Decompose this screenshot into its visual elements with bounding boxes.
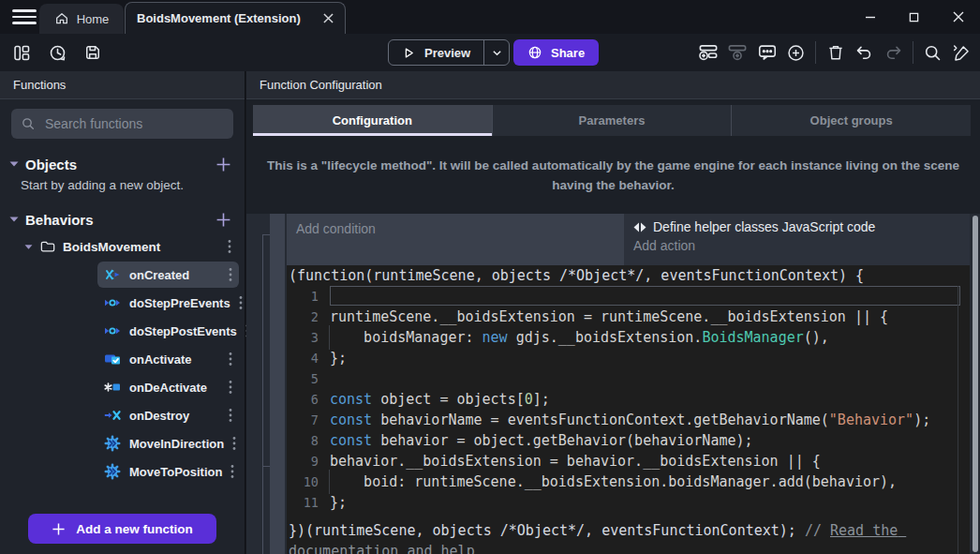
code-line-7[interactable]: 7const behaviorName = eventsFunctionCont… (287, 410, 970, 430)
function-item-onDestroy[interactable]: onDestroy (97, 402, 239, 428)
event-drag-handle[interactable] (270, 214, 285, 554)
function-item-doStepPreEvents[interactable]: doStepPreEvents (97, 290, 239, 316)
code-line-5[interactable]: 5 (287, 368, 970, 389)
preview-label: Preview (424, 46, 470, 60)
events-sheet: Add condition Define helper classes Java… (246, 214, 980, 554)
function-item-label: onCreated (129, 268, 189, 282)
add-condition-area[interactable]: Add condition (287, 214, 624, 265)
function-item-label: doStepPostEvents (129, 324, 237, 338)
close-button[interactable] (936, 0, 980, 34)
hamburger-menu-icon[interactable] (9, 7, 39, 27)
tab-active-extension[interactable]: BoidsMovement (Extension) (125, 2, 346, 34)
search-box[interactable] (11, 109, 233, 139)
toolbar-divider (815, 41, 816, 64)
deactivate-icon (104, 379, 121, 396)
functions-sidebar: Functions Objects Start by adding a new … (0, 71, 245, 554)
line-number: 5 (287, 368, 319, 389)
code-line-1[interactable]: 1 (287, 286, 970, 307)
add-condition-label: Add condition (296, 221, 376, 236)
trash-icon[interactable] (821, 39, 850, 66)
tab-object-groups[interactable]: Object groups (731, 105, 971, 136)
tab-home[interactable]: Home (39, 4, 124, 34)
line-number: 7 (287, 410, 319, 430)
line-number: 11 (287, 492, 319, 513)
kebab-menu-icon[interactable] (229, 352, 232, 367)
kebab-menu-icon[interactable] (229, 267, 232, 282)
function-item-MoveToPosition[interactable]: MoveToPosition (97, 458, 239, 485)
function-item-label: MoveInDirection (129, 437, 224, 451)
function-item-onCreated[interactable]: onCreated (97, 262, 239, 288)
add-event-icon[interactable] (694, 39, 723, 66)
code-line-6[interactable]: 6const object = objects[0]; (287, 389, 970, 410)
tab-home-label: Home (77, 12, 110, 26)
project-manager-icon[interactable] (9, 41, 34, 64)
search-input[interactable] (43, 115, 224, 132)
undo-icon[interactable] (850, 39, 879, 66)
share-button[interactable]: Share (513, 39, 599, 66)
code-line-3[interactable]: 3 boidsManager: new gdjs.__boidsExtensio… (287, 327, 970, 348)
add-subevent-icon[interactable] (723, 39, 752, 66)
function-list: onCreateddoStepPreEventsdoStepPostEvents… (0, 262, 245, 485)
add-function-button[interactable]: Add a new function (28, 514, 216, 544)
comment-icon[interactable] (752, 39, 781, 66)
function-item-doStepPostEvents[interactable]: doStepPostEvents (97, 318, 239, 344)
section-behaviors[interactable]: Behaviors (9, 207, 231, 232)
tab-close-icon[interactable] (323, 13, 334, 23)
behavior-group-boidsmovement[interactable]: BoidsMovement (24, 233, 231, 260)
add-behavior-button[interactable] (215, 212, 231, 228)
kebab-menu-icon[interactable] (228, 239, 231, 254)
tab-active-label: BoidsMovement (Extension) (137, 11, 301, 25)
step-icon (104, 294, 121, 311)
minimize-button[interactable] (848, 0, 892, 34)
code-line-9[interactable]: 9behavior.__boidsExtension = behavior.__… (287, 451, 970, 472)
chevron-down-icon (24, 244, 33, 250)
add-action-label[interactable]: Add action (633, 238, 960, 253)
code-line-2[interactable]: 2runtimeScene.__boidsExtension = runtime… (287, 307, 970, 327)
line-number: 1 (287, 286, 319, 307)
main-panel: Function Configuration Configuration Par… (246, 71, 980, 554)
maximize-button[interactable] (892, 0, 936, 34)
sidebar-title: Functions (0, 71, 245, 99)
kebab-menu-icon[interactable] (239, 295, 243, 310)
function-item-MoveInDirection[interactable]: MoveInDirection (97, 430, 239, 457)
js-event-title: Define helper classes JavaScript code (653, 219, 875, 234)
code-editor[interactable]: (function(runtimeScene, objects /*Object… (287, 265, 970, 554)
toolbar: Preview Share (0, 34, 980, 71)
line-number: 10 (287, 472, 319, 492)
search-icon[interactable] (918, 39, 947, 66)
gear-icon (104, 435, 121, 452)
section-objects[interactable]: Objects (9, 152, 231, 176)
shuffle-icon (104, 266, 121, 283)
tab-configuration[interactable]: Configuration (253, 105, 492, 136)
history-icon[interactable] (45, 41, 69, 64)
save-icon[interactable] (81, 41, 105, 64)
kebab-menu-icon[interactable] (229, 380, 232, 395)
code-line-8[interactable]: 8const behavior = object.getBehavior(beh… (287, 430, 970, 451)
kebab-menu-icon[interactable] (232, 436, 236, 451)
kebab-menu-icon[interactable] (229, 408, 232, 423)
lifecycle-description: This is a "lifecycle method". It will be… (265, 156, 961, 195)
function-item-onDeActivate[interactable]: onDeActivate (97, 374, 239, 400)
main-title: Function Configuration (246, 71, 980, 99)
code-footer-line: })(runtimeScene, objects /*Object*/, eve… (287, 520, 970, 554)
code-line-10[interactable]: 10 boid: runtimeScene.__boidsExtension.b… (287, 472, 970, 492)
tab-parameters[interactable]: Parameters (492, 105, 732, 136)
js-event-header[interactable]: Define helper classes JavaScript code Ad… (624, 214, 970, 265)
add-circle-icon[interactable] (781, 39, 810, 66)
play-icon (402, 46, 416, 60)
destroy-icon (104, 407, 121, 424)
kebab-menu-icon[interactable] (230, 464, 234, 479)
code-line-4[interactable]: 4}; (287, 348, 970, 368)
function-item-onActivate[interactable]: onActivate (97, 346, 239, 372)
titlebar: Home BoidsMovement (Extension) (0, 0, 980, 34)
preview-button[interactable]: Preview (388, 39, 510, 66)
line-number: 6 (287, 389, 319, 410)
activate-icon (104, 351, 121, 367)
code-line-11[interactable]: 11}; (287, 492, 970, 513)
redo-icon[interactable] (879, 39, 908, 66)
add-object-button[interactable] (215, 157, 231, 172)
chevron-down-icon (9, 216, 19, 223)
preview-dropdown-button[interactable] (483, 40, 509, 65)
edit-pen-icon[interactable] (947, 39, 976, 66)
events-scrollbar[interactable] (973, 216, 978, 552)
